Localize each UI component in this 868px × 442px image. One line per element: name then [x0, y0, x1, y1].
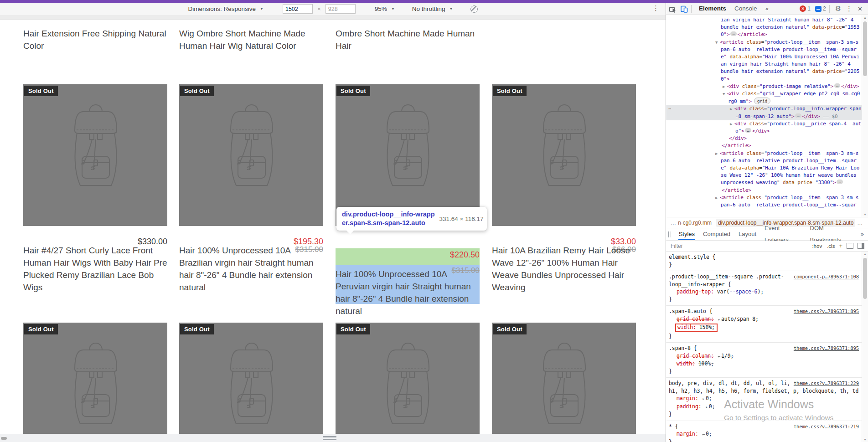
code-line[interactable]: e" data-alpha="Hair 100% Unprocessed 10A…	[666, 53, 868, 61]
code-line[interactable]: </article>	[666, 142, 868, 149]
css-selector[interactable]: h1, h2, h3, h4, h5, h6, form, fieldset, …	[669, 387, 859, 395]
product-image[interactable]	[336, 323, 480, 434]
viewport-resize-handle[interactable]	[323, 436, 336, 442]
zoom-dropdown[interactable]: 95%	[375, 5, 387, 12]
tab-layout[interactable]: Layout	[734, 228, 760, 240]
css-property[interactable]: grid-column: ▸auto/span 8;	[669, 315, 859, 324]
code-line[interactable]: ▶<div class="product-loop__price span-4 …	[666, 120, 868, 128]
stylesheet-link[interactable]: component-p…7896371:108	[794, 273, 859, 281]
product-title[interactable]: Hair Extension Free Shipping Natural Col…	[23, 27, 167, 52]
code-line[interactable]: bundle hair extension natural" data-pric…	[666, 68, 868, 75]
code-line[interactable]: pan-6 auto relative product-loop__item--…	[666, 157, 868, 164]
device-toolbar-menu-icon[interactable]: ⋮	[652, 4, 659, 12]
product-title[interactable]: Wig Ombre Short Machine Made Human Hair …	[179, 27, 323, 52]
breadcrumb-overflow[interactable]: …	[671, 220, 676, 226]
horizontal-scrollbar-thumb[interactable]	[1, 437, 7, 440]
css-property[interactable]: width: 100%;	[669, 360, 859, 368]
code-line[interactable]: -8 sm-span-12 auto">…</div> == $0	[666, 113, 868, 120]
code-line[interactable]: ▼<div class="grid__wrapper edge pt2 cg0 …	[666, 90, 868, 98]
stylesheet-link[interactable]: theme.css?v…7896371:229	[794, 380, 859, 387]
issues-badge[interactable]: 2	[815, 5, 826, 12]
expand-ellipsis-icon[interactable]: …	[795, 113, 801, 118]
settings-gear-icon[interactable]: ⚙	[835, 5, 841, 13]
scroll-up-icon[interactable]: ▲	[862, 252, 868, 256]
css-property[interactable]: width: 150%;	[669, 323, 859, 333]
code-line[interactable]: e" data-alpha="Hair 10A Brazilian Remy H…	[666, 164, 868, 172]
tab-elements[interactable]: Elements	[695, 3, 730, 15]
close-devtools-icon[interactable]: ✕	[858, 5, 863, 12]
code-line[interactable]: ian virgin hair Straight human hair 8" -…	[666, 16, 868, 24]
error-badge[interactable]: ✕ 1	[800, 5, 811, 12]
elements-scrollbar[interactable]: ▲ ▼	[862, 15, 868, 217]
code-line[interactable]: rg0 mm">grid	[666, 98, 868, 105]
product-image[interactable]	[492, 84, 636, 226]
code-line[interactable]: ▶<div class="product-loop__info-wrapper …	[666, 105, 868, 113]
code-line[interactable]: 0">…</article>	[666, 31, 868, 38]
breadcrumb-parent[interactable]: n-cg0.rg0.mm	[678, 220, 712, 226]
css-selector[interactable]: element.style {	[669, 253, 859, 261]
css-property[interactable]: margin: ▸0;	[669, 395, 859, 403]
expand-ellipsis-icon[interactable]: …	[834, 83, 840, 88]
product-image[interactable]	[179, 323, 323, 434]
product-title[interactable]: Hair 100% Unprocessed 10A Brazilian virg…	[179, 244, 323, 293]
sidebar-splitter-handle[interactable]	[668, 231, 671, 237]
element-state-icon[interactable]	[847, 243, 853, 249]
styles-filter-input[interactable]	[670, 242, 790, 250]
code-line[interactable]: 0">	[666, 76, 868, 83]
more-tabs-chevron[interactable]: »	[761, 3, 773, 15]
code-line[interactable]: se Wave 12" -26" 100% human hair weave b…	[666, 172, 868, 179]
scrollbar-thumb[interactable]	[863, 21, 867, 76]
product-image[interactable]	[179, 84, 323, 226]
product-image[interactable]	[23, 84, 167, 226]
expand-ellipsis-icon[interactable]: …	[837, 180, 842, 184]
tab--[interactable]: »	[857, 228, 868, 240]
stylesheet-link[interactable]: theme.css?v…7896371:895	[794, 308, 859, 315]
code-line[interactable]: pan-6 auto relative product-loop__item--…	[666, 46, 868, 53]
code-line[interactable]: ▶<div class="product-image relative">…</…	[666, 83, 868, 90]
breadcrumb-overflow-trail[interactable]: …	[857, 220, 863, 226]
tab-console[interactable]: Console	[730, 3, 761, 15]
product-image[interactable]	[492, 323, 636, 434]
expand-ellipsis-icon[interactable]: …	[730, 31, 736, 36]
css-property[interactable]: margin: ▸0;	[669, 430, 859, 438]
product-title[interactable]: Ombre Short Machine Made Human Hair	[336, 27, 480, 52]
tab-styles[interactable]: Styles	[675, 228, 699, 240]
code-line[interactable]: </div>	[666, 135, 868, 142]
scroll-down-icon[interactable]: ▼	[862, 213, 868, 216]
code-line[interactable]: o">…</div>	[666, 128, 868, 135]
css-property[interactable]: padding: ▸0;	[669, 403, 859, 411]
product-title[interactable]: Hair #4/27 Short Curly Lace Front Human …	[23, 244, 167, 293]
tab-computed[interactable]: Computed	[699, 228, 734, 240]
grid-badge[interactable]: grid	[754, 98, 770, 104]
expand-ellipsis-icon[interactable]: …	[745, 128, 751, 133]
code-line[interactable]: ▼<article class="product-loop__item span…	[666, 39, 868, 46]
toggle-hov[interactable]: :hov	[812, 243, 822, 249]
product-image[interactable]	[23, 323, 167, 434]
code-line[interactable]: an virgin hair Straight human hair 8" -2…	[666, 61, 868, 68]
stylesheet-link[interactable]: theme.css?v…7896371:895	[794, 344, 859, 352]
code-line[interactable]: unprocessed weaving" data-price="3300">…	[666, 179, 868, 186]
styles-scrollbar[interactable]: ▲ ▼	[862, 252, 868, 442]
css-property[interactable]: padding-top: var(--space-6);	[669, 288, 859, 296]
product-title[interactable]: Hair 100% Unprocessed 10A Peruvian virgi…	[336, 268, 480, 317]
computed-sidebar-toggle-icon[interactable]	[858, 243, 864, 249]
selected-node-gutter-icon[interactable]: ⋯	[668, 105, 671, 113]
viewport-width-input[interactable]	[283, 4, 313, 14]
code-line[interactable]: ▶<article class="product-loop__item span…	[666, 150, 868, 157]
devtools-menu-icon[interactable]: ⋮	[846, 5, 852, 13]
code-line[interactable]: pan-6 auto relative product-loop__item--…	[666, 201, 868, 209]
scroll-up-icon[interactable]: ▲	[862, 16, 868, 19]
viewport-height-input[interactable]	[326, 4, 356, 14]
scrollbar-thumb[interactable]	[863, 258, 867, 299]
new-style-rule-icon[interactable]: +	[839, 242, 842, 249]
stylesheet-link[interactable]: theme.css?v…7896371:219	[794, 423, 859, 431]
product-image[interactable]	[336, 84, 480, 226]
throttling-dropdown[interactable]: No throttling	[412, 5, 445, 12]
product-title[interactable]: Hair 10A Brazilian Remy Hair Loose Wave …	[492, 244, 636, 293]
code-line[interactable]: ▶<article class="product-loop__item span…	[666, 194, 868, 201]
toggle-cls[interactable]: .cls	[827, 243, 835, 249]
dimensions-dropdown[interactable]: Dimensions: Responsive	[188, 5, 256, 12]
code-line[interactable]: </article>	[666, 187, 868, 194]
css-selector[interactable]: loop__info-wrapper {	[669, 281, 859, 288]
code-line[interactable]: bundle hair extension natural" data-pric…	[666, 24, 868, 31]
